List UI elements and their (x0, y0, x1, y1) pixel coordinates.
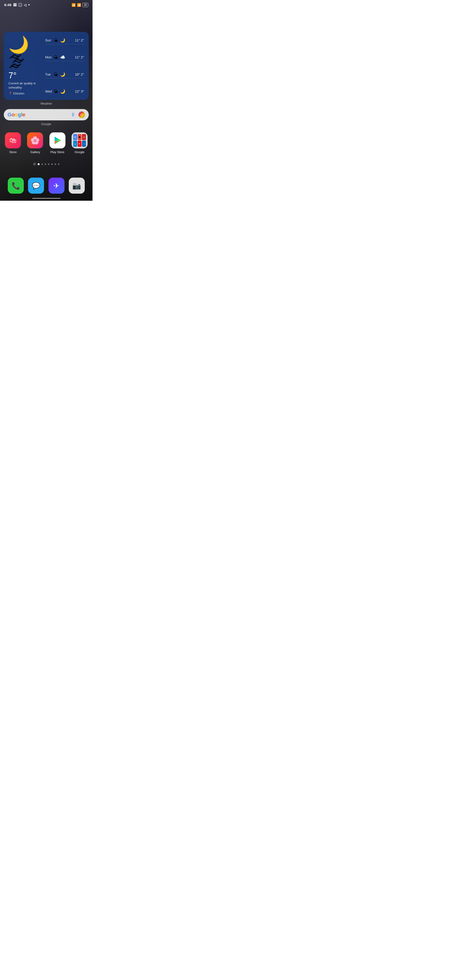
photo-icon: 🖼 (13, 3, 16, 7)
status-right: 📶 📶 38 (71, 3, 88, 7)
forecast-icons-sun: 🌤 🌙 (54, 38, 75, 43)
playstore-icon[interactable] (49, 132, 65, 148)
forecast-icons-mon: 🌤 ☁️ (54, 55, 75, 60)
day-mon: Mon (45, 56, 54, 59)
forecast-icons-tue: 🌤 🌙 (54, 72, 75, 77)
app-grid: 🛍 Store 🌸 Gallery (4, 130, 89, 156)
weather-widget-label: Weather (4, 102, 89, 105)
signal-icon: 📶 (77, 3, 81, 7)
folder-gmail-icon: M (82, 134, 86, 140)
phone-icon[interactable]: 📞 (8, 178, 24, 194)
google-widget-label: Google (4, 122, 89, 126)
dock-browser[interactable]: ✈ (49, 178, 65, 194)
forecast-temps-wed: 12° 3° (75, 89, 84, 93)
folder-maps-icon: ▲ (73, 141, 77, 147)
page-dots: ≡ (4, 161, 89, 167)
dock-messages[interactable]: 💬 (28, 178, 44, 194)
dot-7[interactable] (58, 164, 59, 165)
gallery-icon[interactable]: 🌸 (27, 132, 43, 148)
weather-location: 📍 Ekbatan (8, 92, 41, 95)
wifi-icon: 📶 (71, 3, 76, 7)
google-folder-icon[interactable]: G ⬤ M ▲ ▶ △ (71, 132, 87, 148)
folder-drive-icon: △ (82, 141, 86, 147)
folder-chrome-icon: ⬤ (78, 134, 82, 140)
camera-icon[interactable]: 📷 (69, 178, 85, 194)
app-item-gallery[interactable]: 🌸 Gallery (26, 132, 44, 154)
weather-moon-icon: 🌙🌫 (8, 37, 41, 70)
status-bar: 6:49 🖼 ⬚ ◁ • 📶 📶 38 (0, 0, 92, 8)
forecast-row-mon: Mon 🌤 ☁️ 11° 2° (45, 54, 84, 61)
forecast-temps-mon: 11° 2° (75, 56, 84, 59)
google-search-bar[interactable]: Google 🎙 ⊙ (4, 109, 89, 120)
app-item-google-folder[interactable]: G ⬤ M ▲ ▶ △ Google (70, 132, 89, 154)
dock-phone[interactable]: 📞 (8, 178, 24, 194)
app-dock: 📞 💬 ✈ 📷 (0, 174, 92, 201)
forecast-row-wed: Wed 🌤 🌙 12° 3° (45, 88, 84, 95)
google-logo: Google (8, 112, 25, 117)
home-screen: 6:49 🖼 ⬚ ◁ • 📶 📶 38 🌙🌫 7° Current air qu… (0, 0, 92, 201)
app-item-playstore[interactable]: Play Store (48, 132, 67, 154)
dot-icon: • (28, 2, 30, 7)
folder-youtube-icon: ▶ (78, 141, 82, 147)
navigation-icon: ◁ (24, 3, 26, 7)
dot-4[interactable] (48, 164, 49, 165)
messages-icon[interactable]: 💬 (28, 178, 44, 194)
weather-quality: Current air quality is unhealthy (8, 81, 41, 90)
status-left: 6:49 🖼 ⬚ ◁ • (4, 2, 30, 7)
store-label: Store (10, 150, 17, 154)
playstore-label: Play Store (51, 150, 65, 154)
forecast-icons-wed: 🌤 🌙 (54, 89, 75, 94)
browser-icon[interactable]: ✈ (49, 178, 65, 194)
battery-indicator: 38 (82, 3, 88, 7)
forecast-temps-tue: 10° 2° (75, 73, 84, 76)
microphone-icon[interactable]: 🎙 (71, 112, 76, 118)
weather-temp: 7° (8, 72, 41, 80)
dot-2[interactable] (41, 164, 43, 165)
forecast-row-sun: Sun 🌤 🌙 11° 2° (45, 37, 84, 44)
app-item-store[interactable]: 🛍 Store (4, 132, 22, 154)
day-wed: Wed (45, 89, 54, 93)
forecast-row-tue: Tue 🌤 🌙 10° 2° (45, 71, 84, 78)
weather-left: 🌙🌫 7° Current air quality is unhealthy 📍… (8, 37, 41, 95)
dock-camera[interactable]: 📷 (69, 178, 85, 194)
folder-google-icon: G (73, 134, 77, 140)
gallery-label: Gallery (30, 150, 40, 154)
screenshot-icon: ⬚ (18, 3, 22, 6)
dot-home[interactable] (38, 163, 40, 165)
day-tue: Tue (45, 73, 54, 76)
day-sun: Sun (45, 38, 54, 42)
forecast-temps-sun: 11° 2° (75, 38, 84, 42)
weather-widget[interactable]: 🌙🌫 7° Current air quality is unhealthy 📍… (4, 32, 89, 100)
location-name: Ekbatan (13, 92, 24, 95)
google-folder-label: Google (75, 150, 84, 154)
menu-icon: ≡ (33, 161, 36, 167)
battery-level: 38 (84, 3, 87, 6)
dot-3[interactable] (45, 164, 46, 165)
store-icon[interactable]: 🛍 (5, 132, 21, 148)
location-pin-icon: 📍 (8, 92, 12, 95)
dot-6[interactable] (55, 164, 56, 165)
weather-forecast: Sun 🌤 🌙 11° 2° Mon 🌤 ☁️ 11° 2° Tue 🌤 🌙 1… (45, 37, 84, 95)
home-indicator[interactable] (32, 198, 60, 199)
dot-5[interactable] (51, 164, 53, 165)
main-content: 🌙🌫 7° Current air quality is unhealthy 📍… (0, 32, 92, 167)
status-time: 6:49 (4, 3, 11, 7)
google-lens-icon[interactable]: ⊙ (78, 111, 85, 118)
